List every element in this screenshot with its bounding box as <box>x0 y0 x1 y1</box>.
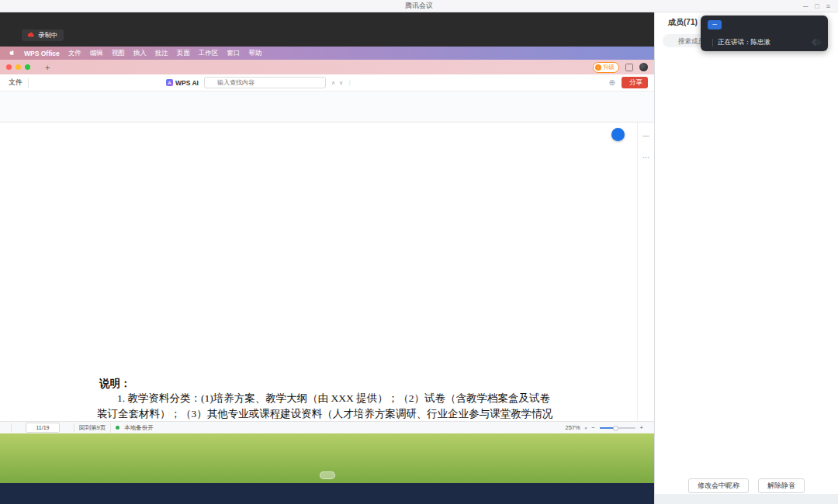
back-to-page-button[interactable]: 回到第9页 <box>79 424 106 432</box>
more-icon[interactable]: ⋮ <box>347 80 352 86</box>
tabbar-right: ↑升级 <box>593 62 648 73</box>
find-wrapper <box>204 77 326 88</box>
backup-status-dot <box>116 426 119 430</box>
divider <box>28 78 29 88</box>
layout-icon[interactable]: ≡ <box>826 2 830 10</box>
meeting-title: 腾讯会议 <box>405 1 433 11</box>
document-area: 说明： 1. 教学资料分类：(1)培养方案、教学大纲（由 XXX 提供）；（2）… <box>0 123 654 421</box>
more-tools-icon[interactable]: ⋯ <box>642 154 649 161</box>
recording-cloud-icon <box>27 31 35 40</box>
find-input[interactable] <box>204 77 326 88</box>
macos-menubar: WPS Office 文件编辑视图插入批注页面工作区窗口帮助 <box>0 47 654 60</box>
wps-menu-row: 文件 AWPS AI ∧ ∨ ⋮ ⊕ 分享 <box>0 74 654 91</box>
member-panel-footer: 修改会中昵称 解除静音 <box>655 478 838 494</box>
notes-title: 说明： <box>99 377 131 391</box>
new-tab-button[interactable]: + <box>45 63 50 72</box>
upgrade-badge[interactable]: ↑升级 <box>593 62 619 73</box>
zoom-level[interactable]: 257% <box>566 424 580 431</box>
user-avatar[interactable] <box>639 63 648 71</box>
panel-bottom-strip <box>655 494 838 504</box>
macos-menu-item[interactable]: 视图 <box>112 49 125 58</box>
note-line: 1. 教学资料分类：(1)培养方案、教学大纲（由 XXX 提供）；（2）试卷（含… <box>97 392 597 406</box>
macos-menu-item[interactable]: 批注 <box>155 49 168 58</box>
dock <box>320 471 335 479</box>
menu-row-right: ⊕ 分享 <box>609 77 648 88</box>
meeting-titlebar: 腾讯会议 ─ □ ≡ <box>0 0 838 12</box>
meeting-bottom-bar <box>0 483 654 504</box>
wps-ai-icon: A <box>166 79 173 86</box>
speaking-popup: ─ 正在讲话：陈忠漱 <box>701 16 828 51</box>
unmute-button[interactable]: 解除静音 <box>758 478 805 493</box>
doc-left-sidebar <box>0 123 19 421</box>
wps-assistant-button[interactable] <box>611 128 625 141</box>
collapse-pane-icon[interactable]: — <box>642 132 649 140</box>
macos-desktop <box>0 433 654 483</box>
divider <box>11 423 12 433</box>
maximize-icon[interactable]: □ <box>815 2 819 10</box>
recording-label: 录制中 <box>38 31 58 40</box>
find-prev-icon[interactable]: ∧ <box>331 80 335 86</box>
view-mode-controls: ─ <box>701 16 828 33</box>
file-menu-button[interactable]: 文件 <box>6 78 23 88</box>
minimize-icon[interactable]: ─ <box>803 2 808 10</box>
macos-menu-item[interactable]: 页面 <box>177 49 190 58</box>
wps-ai-button[interactable]: AWPS AI <box>166 79 199 87</box>
page-indicator[interactable]: 11/19 <box>26 423 60 433</box>
statusbar-right: 257% ▾ − + <box>547 424 648 431</box>
upgrade-arrow-icon: ↑ <box>595 64 601 71</box>
macos-menu-item[interactable]: 工作区 <box>199 49 219 58</box>
shared-screen: 录制中 WPS Office 文件编辑视图插入批注页面工作区窗口帮助 + ↑升级 <box>0 12 654 504</box>
zoom-caret-icon[interactable]: ▾ <box>585 426 587 430</box>
zoom-out-icon[interactable]: − <box>591 424 594 431</box>
macos-menu-item[interactable]: 编辑 <box>90 49 103 58</box>
divider <box>74 423 74 433</box>
doc-right-strip: — ⋯ <box>637 123 654 421</box>
macos-app-name[interactable]: WPS Office <box>24 50 60 57</box>
zoom-in-icon[interactable]: + <box>640 424 643 431</box>
note-line: 装订全套材料）；（3）其他专业或课程建设资料（人才培养方案调研、行业企业参与课堂… <box>97 407 597 421</box>
zoom-slider[interactable] <box>600 427 635 429</box>
member-panel: 成员(71) 修改会中昵称 解除静音 <box>654 12 838 504</box>
help-icon[interactable]: ⊕ <box>609 78 615 87</box>
wps-statusbar: 11/19 回到第9页 本地备份开 257% ▾ − + <box>0 421 654 433</box>
speaking-row: 正在讲话：陈忠漱 <box>701 33 828 51</box>
member-list <box>655 53 838 478</box>
backup-status: 本地备份开 <box>124 424 154 432</box>
divider <box>712 39 713 47</box>
close-traffic-light[interactable] <box>6 64 12 70</box>
divider <box>110 423 111 433</box>
find-next-icon[interactable]: ∨ <box>339 80 343 86</box>
macos-menu-item[interactable]: 文件 <box>68 49 81 58</box>
macos-menus: 文件编辑视图插入批注页面工作区窗口帮助 <box>68 49 262 58</box>
members-count: 成员(71) <box>668 17 698 28</box>
apple-logo-icon[interactable] <box>8 48 16 58</box>
minimize-traffic-light[interactable] <box>16 64 21 70</box>
find-nav: ∧ ∨ ⋮ <box>331 80 352 86</box>
wps-toolbar <box>0 91 654 123</box>
minimize-view-icon[interactable]: ─ <box>708 20 722 29</box>
recording-badge: 录制中 <box>22 29 64 41</box>
logo-watermark <box>812 40 821 45</box>
screenshot-root: 腾讯会议 ─ □ ≡ 录制中 WPS Office 文件编辑视图插入批注页面工作… <box>0 0 838 504</box>
restore-window-icon[interactable] <box>625 64 633 71</box>
share-button[interactable]: 分享 <box>622 77 648 88</box>
speaking-text: 正在讲话：陈忠漱 <box>718 38 770 47</box>
macos-menu-item[interactable]: 插入 <box>133 49 147 58</box>
change-nickname-button[interactable]: 修改会中昵称 <box>688 478 749 493</box>
macos-menu-item[interactable]: 帮助 <box>248 49 261 58</box>
wps-tabbar: + ↑升级 <box>0 60 654 74</box>
macos-menu-item[interactable]: 窗口 <box>227 49 240 58</box>
wps-window: + ↑升级 文件 AWPS AI ∧ ∨ <box>0 60 654 433</box>
window-controls: ─ □ ≡ <box>803 0 830 12</box>
zoom-traffic-light[interactable] <box>25 64 30 70</box>
